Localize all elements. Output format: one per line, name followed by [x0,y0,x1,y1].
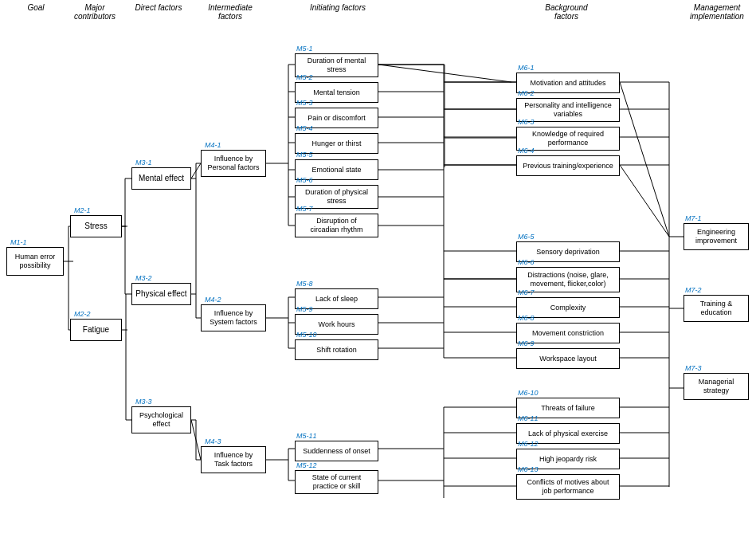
code-M5-11: M5-11 [296,432,317,440]
node-M1-1: Human errorpossibility [6,247,64,276]
code-M6-10: M6-10 [518,389,539,397]
code-M6-1: M6-1 [518,64,535,72]
code-M3-1: M3-1 [135,159,152,167]
code-M5-12: M5-12 [296,461,317,469]
svg-line-40 [378,65,511,82]
header-background: Backgroundfactors [513,3,620,21]
node-M3-3: Psychologicaleffect [131,406,191,433]
code-M4-2: M4-2 [205,296,221,304]
header-initiating: Initiating factors [293,3,382,12]
header-intermediate: Intermediatefactors [196,3,264,21]
svg-line-18 [191,420,201,460]
node-M4-3: Influence byTask factors [201,446,266,473]
node-M5-10: Shift rotation [295,339,378,360]
code-M2-2: M2-2 [74,310,91,318]
code-M5-7: M5-7 [296,205,313,213]
node-M5-12: State of currentpractice or skill [295,470,378,494]
header-goal: Goal [8,3,64,12]
node-M5-7: Disruption ofcircadian rhythm [295,214,378,237]
code-M5-8: M5-8 [296,280,313,288]
header-direct: Direct factors [127,3,190,12]
code-M7-3: M7-3 [685,364,702,372]
node-M4-2: Influence bySystem factors [201,304,266,331]
header-major: Majorcontributors [66,3,123,21]
node-M2-1: Stress [70,215,122,237]
code-M6-9: M6-9 [518,339,535,347]
code-M5-5: M5-5 [296,151,313,159]
code-M5-9: M5-9 [296,305,313,313]
code-M7-1: M7-1 [685,214,702,222]
code-M6-6: M6-6 [518,258,535,266]
code-M5-10: M5-10 [296,331,317,339]
code-M5-3: M5-3 [296,99,313,107]
code-M5-1: M5-1 [296,45,313,53]
header-management: Managementimplementation [682,3,752,21]
svg-line-79 [620,82,669,237]
code-M6-12: M6-12 [518,440,539,448]
node-M7-1: Engineeringimprovement [684,223,749,250]
code-M6-3: M6-3 [518,118,535,126]
code-M5-2: M5-2 [296,73,313,81]
code-M3-2: M3-2 [135,274,152,282]
diagram: Goal Majorcontributors Direct factors In… [0,0,756,553]
code-M1-1: M1-1 [10,238,27,246]
code-M6-4: M6-4 [518,147,535,155]
code-M4-1: M4-1 [205,141,221,149]
code-M7-2: M7-2 [685,286,702,294]
code-M6-5: M6-5 [518,233,535,241]
node-M2-2: Fatigue [70,319,122,341]
node-M7-2: Training &education [684,295,749,322]
code-M2-1: M2-1 [74,206,91,214]
code-M6-13: M6-13 [518,465,539,473]
node-M4-1: Influence byPersonal factors [201,150,266,177]
node-M3-2: Physical effect [131,283,191,305]
code-M6-7: M6-7 [518,288,535,296]
node-M6-13: Conflicts of motives aboutjob performanc… [516,474,620,500]
node-M6-9: Workspace layout [516,348,620,369]
code-M6-2: M6-2 [518,89,535,97]
code-M5-6: M5-6 [296,176,313,184]
node-M7-3: Managerialstrategy [684,373,749,400]
node-M5-11: Suddenness of onset [295,441,378,461]
node-M3-1: Mental effect [131,167,191,190]
code-M3-3: M3-3 [135,398,152,406]
code-M5-4: M5-4 [296,124,313,132]
code-M6-8: M6-8 [518,314,535,322]
code-M4-3: M4-3 [205,437,221,445]
code-M6-11: M6-11 [518,414,539,422]
node-M6-4: Previous training/experience [516,155,620,176]
svg-line-12 [191,163,201,178]
svg-line-78 [620,165,669,237]
